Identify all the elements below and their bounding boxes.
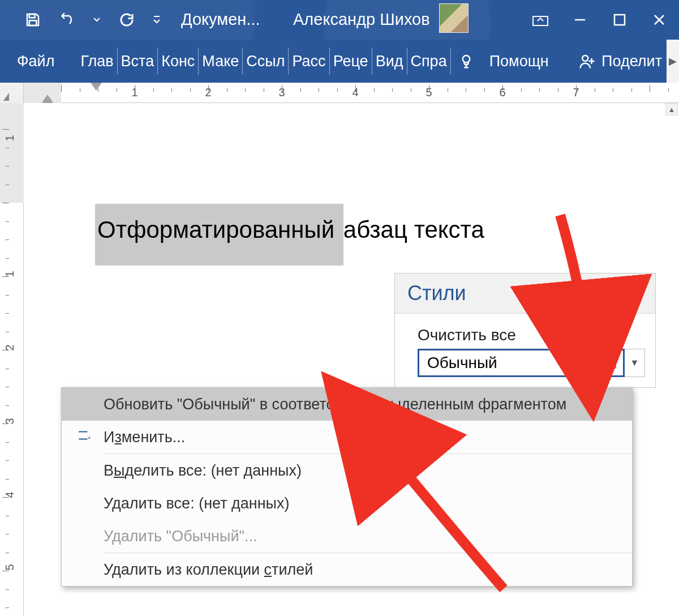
- styles-pane: Стили ▼ ✕ Очистить все Обычный ¶ ▼: [394, 273, 656, 388]
- tab-view[interactable]: Вид: [372, 40, 407, 83]
- maximize-button[interactable]: [600, 0, 639, 40]
- tab-references[interactable]: Ссыл: [243, 40, 288, 83]
- svg-rect-5: [614, 15, 625, 25]
- document-paragraph[interactable]: Отформатированный абзац текста: [95, 216, 484, 243]
- menu-remove-from-gallery[interactable]: Удалить из коллекции стилей: [62, 553, 632, 586]
- svg-rect-1: [29, 20, 37, 25]
- help-label[interactable]: Помощн: [482, 40, 557, 83]
- clear-all-style[interactable]: Очистить все: [418, 322, 645, 349]
- unselected-text[interactable]: абзац текста: [343, 216, 484, 243]
- selected-text[interactable]: Отформатированный: [95, 204, 343, 266]
- minimize-button[interactable]: [560, 0, 600, 40]
- tab-layout[interactable]: Маке: [199, 40, 242, 83]
- svg-rect-2: [154, 16, 160, 17]
- save-button[interactable]: [16, 0, 50, 40]
- tell-me[interactable]: [451, 40, 482, 83]
- tab-mailings[interactable]: Расс: [289, 40, 329, 83]
- menu-modify[interactable]: Изменить...: [62, 421, 632, 454]
- svg-point-6: [462, 55, 470, 63]
- undo-dropdown[interactable]: [84, 0, 110, 40]
- ruler-corner-tab-selector[interactable]: [0, 83, 24, 103]
- svg-point-7: [582, 55, 588, 61]
- window-controls: [521, 0, 679, 40]
- tab-review[interactable]: Реце: [330, 40, 372, 83]
- svg-rect-0: [29, 14, 35, 18]
- share-label: Поделит: [601, 53, 662, 70]
- document-title: Докумен...: [181, 10, 260, 29]
- paragraph-mark-icon: ¶: [611, 356, 617, 370]
- menu-remove-all[interactable]: Удалить все: (нет данных): [62, 487, 632, 520]
- user-name[interactable]: Александр Шихов: [293, 10, 430, 29]
- style-context-menu: Обновить "Обычный" в соответствии с выде…: [61, 387, 633, 587]
- scroll-up-button[interactable]: ▲: [665, 103, 678, 116]
- tab-help[interactable]: Спра: [407, 40, 450, 83]
- horizontal-ruler[interactable]: 1234567: [24, 83, 679, 103]
- styles-pane-title: Стили: [407, 281, 466, 305]
- styles-pane-close[interactable]: ✕: [634, 284, 645, 300]
- quick-access-toolbar: [0, 0, 170, 40]
- style-normal-label: Обычный: [427, 354, 497, 372]
- tab-design[interactable]: Конс: [158, 40, 198, 83]
- ribbon: Файл Глав Вста Конс Маке Ссыл Расс Реце …: [0, 40, 679, 83]
- menu-update-to-match[interactable]: Обновить "Обычный" в соответствии с выде…: [62, 388, 632, 421]
- modify-icon: [75, 428, 93, 447]
- undo-button[interactable]: [50, 0, 84, 40]
- repeat-button[interactable]: [110, 0, 144, 40]
- menu-delete-style: Удалить "Обычный"...: [62, 520, 632, 553]
- menu-select-all[interactable]: Выделить все: (нет данных): [62, 454, 632, 487]
- tab-file[interactable]: Файл: [0, 40, 67, 83]
- ribbon-scroll-right[interactable]: ▶: [667, 40, 679, 83]
- title-bar: Докумен... Александр Шихов: [0, 0, 679, 40]
- style-dropdown-button[interactable]: ▼: [625, 349, 645, 377]
- qat-customize[interactable]: [144, 0, 170, 40]
- tab-home[interactable]: Глав: [77, 40, 117, 83]
- avatar[interactable]: [439, 3, 469, 33]
- tab-insert[interactable]: Вста: [118, 40, 158, 83]
- style-normal[interactable]: Обычный ¶: [418, 349, 625, 377]
- ribbon-display-options[interactable]: [521, 0, 560, 40]
- vertical-ruler[interactable]: 112345: [0, 103, 24, 616]
- share-button[interactable]: Поделит: [575, 40, 665, 83]
- close-button[interactable]: [639, 0, 679, 40]
- styles-pane-options[interactable]: ▼: [611, 289, 620, 300]
